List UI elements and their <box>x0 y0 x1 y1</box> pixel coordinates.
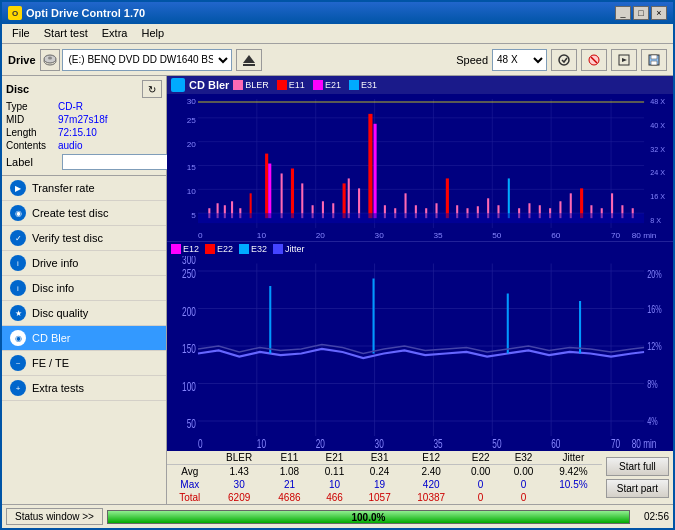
stats-total-e22: 0 <box>459 491 502 504</box>
drive-dropdown[interactable]: (E:) BENQ DVD DD DW1640 BSRB <box>62 49 232 71</box>
save-button[interactable] <box>641 49 667 71</box>
svg-text:5: 5 <box>191 211 196 220</box>
disc-type-row: Type CD-R <box>6 101 162 112</box>
stats-max-e31: 19 <box>356 478 403 491</box>
disc-refresh-button[interactable]: ↻ <box>142 80 162 98</box>
svg-rect-84 <box>198 213 644 223</box>
time-display: 02:56 <box>634 511 669 522</box>
eject-button[interactable] <box>236 49 262 71</box>
stats-max-e32: 0 <box>502 478 545 491</box>
maximize-button[interactable]: □ <box>633 6 649 20</box>
progress-text: 100.0% <box>108 511 629 525</box>
disc-type-label: Type <box>6 101 58 112</box>
upper-chart-svg: 5 10 15 20 25 30 48 X 40 X 32 X 24 X 16 … <box>167 94 673 241</box>
svg-text:8%: 8% <box>647 379 657 391</box>
nav-create-test-disc[interactable]: ◉ Create test disc <box>2 201 166 226</box>
stats-avg-e31: 0.24 <box>356 465 403 479</box>
svg-text:70: 70 <box>611 231 621 240</box>
stats-max-jitter: 10.5% <box>545 478 602 491</box>
chart-content: CD Bler BLER E11 E21 <box>167 76 673 504</box>
col-header-e21: E21 <box>313 451 356 465</box>
burn-button[interactable] <box>611 49 637 71</box>
speed-section: Speed 48 X <box>456 49 577 71</box>
stats-avg-label: Avg <box>167 465 213 479</box>
nav-transfer-rate-label: Transfer rate <box>32 182 95 194</box>
start-part-button[interactable]: Start part <box>606 479 669 498</box>
nav-fe-te[interactable]: ~ FE / TE <box>2 351 166 376</box>
menu-file[interactable]: File <box>6 26 36 41</box>
svg-rect-11 <box>651 55 657 59</box>
nav-disc-quality-label: Disc quality <box>32 307 88 319</box>
upper-chart: 5 10 15 20 25 30 48 X 40 X 32 X 24 X 16 … <box>167 94 673 242</box>
svg-text:70: 70 <box>611 438 620 451</box>
stats-avg-e21: 0.11 <box>313 465 356 479</box>
fe-te-icon: ~ <box>10 355 26 371</box>
status-window-button[interactable]: Status window >> <box>6 508 103 525</box>
transfer-rate-icon: ▶ <box>10 180 26 196</box>
svg-text:30: 30 <box>187 97 197 106</box>
col-header-e11: E11 <box>266 451 313 465</box>
drive-info-icon: i <box>10 255 26 271</box>
col-header-e32: E32 <box>502 451 545 465</box>
svg-text:4%: 4% <box>647 416 657 428</box>
disc-panel: Disc ↻ Type CD-R MID 97m27s18f Length 72… <box>2 76 166 176</box>
nav-drive-info[interactable]: i Drive info <box>2 251 166 276</box>
svg-text:100: 100 <box>182 381 196 394</box>
drive-icon <box>40 49 60 71</box>
menu-help[interactable]: Help <box>135 26 170 41</box>
svg-text:0: 0 <box>198 231 203 240</box>
stats-avg-row: Avg 1.43 1.08 0.11 0.24 2.40 0.00 0.00 9… <box>167 465 602 479</box>
svg-text:12%: 12% <box>647 341 661 353</box>
nav-transfer-rate[interactable]: ▶ Transfer rate <box>2 176 166 201</box>
close-button[interactable]: × <box>651 6 667 20</box>
nav-verify-test-disc-label: Verify test disc <box>32 232 103 244</box>
extra-tests-icon: + <box>10 380 26 396</box>
start-full-button[interactable]: Start full <box>606 457 669 476</box>
stats-total-e32: 0 <box>502 491 545 504</box>
speed-dropdown[interactable]: 48 X <box>492 49 547 71</box>
speed-apply-button[interactable] <box>551 49 577 71</box>
svg-text:60: 60 <box>551 231 561 240</box>
minimize-button[interactable]: _ <box>615 6 631 20</box>
svg-text:20%: 20% <box>647 269 661 281</box>
stats-section: BLER E11 E21 E31 E12 E22 E32 Jitter <box>167 451 673 504</box>
nav-create-test-disc-label: Create test disc <box>32 207 108 219</box>
legend-jitter: Jitter <box>273 244 305 254</box>
svg-text:48 X: 48 X <box>650 98 665 106</box>
svg-text:16%: 16% <box>647 304 661 316</box>
stats-max-e21: 10 <box>313 478 356 491</box>
menu-bar: File Start test Extra Help <box>2 24 673 44</box>
svg-marker-3 <box>243 55 255 63</box>
nav-disc-info[interactable]: i Disc info <box>2 276 166 301</box>
svg-rect-58 <box>374 124 377 218</box>
stats-total-row: Total 6209 4686 466 1057 10387 0 0 <box>167 491 602 504</box>
stats-max-e22: 0 <box>459 478 502 491</box>
svg-text:8 X: 8 X <box>650 217 661 225</box>
svg-text:24 X: 24 X <box>650 170 665 178</box>
nav-verify-test-disc[interactable]: ✓ Verify test disc <box>2 226 166 251</box>
nav-disc-quality[interactable]: ★ Disc quality <box>2 301 166 326</box>
legend-bler: BLER <box>233 80 269 90</box>
disc-contents-label: Contents <box>6 140 58 151</box>
menu-start-test[interactable]: Start test <box>38 26 94 41</box>
svg-text:300: 300 <box>182 256 196 266</box>
nav-cd-bler[interactable]: ◉ CD Bler <box>2 326 166 351</box>
svg-text:10: 10 <box>257 231 267 240</box>
nav-fe-te-label: FE / TE <box>32 357 69 369</box>
svg-point-2 <box>48 56 52 59</box>
stats-panel: BLER E11 E21 E31 E12 E22 E32 Jitter <box>167 451 673 504</box>
erase-button[interactable] <box>581 49 607 71</box>
stats-max-bler: 30 <box>213 478 266 491</box>
stats-table: BLER E11 E21 E31 E12 E22 E32 Jitter <box>167 451 602 504</box>
stats-avg-e12: 2.40 <box>403 465 459 479</box>
nav-extra-tests[interactable]: + Extra tests <box>2 376 166 401</box>
menu-extra[interactable]: Extra <box>96 26 134 41</box>
stats-total-label: Total <box>167 491 213 504</box>
disc-contents-row: Contents audio <box>6 140 162 151</box>
legend-e32: E32 <box>239 244 267 254</box>
legend-bler-color <box>233 80 243 90</box>
svg-text:35: 35 <box>433 438 442 451</box>
main-content: Disc ↻ Type CD-R MID 97m27s18f Length 72… <box>2 76 673 504</box>
sidebar: Disc ↻ Type CD-R MID 97m27s18f Length 72… <box>2 76 167 504</box>
stats-total-e31: 1057 <box>356 491 403 504</box>
